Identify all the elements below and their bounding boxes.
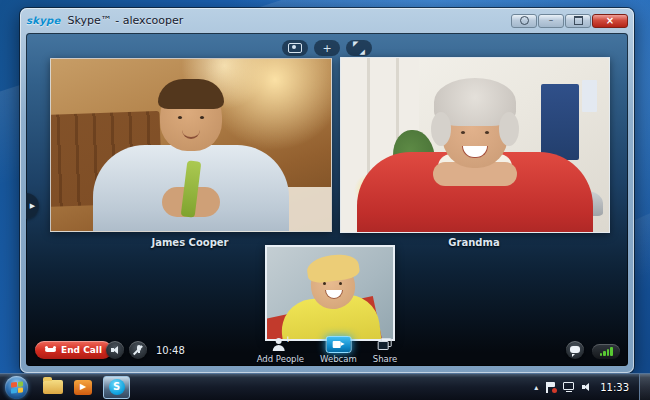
windows-logo-icon	[11, 381, 23, 393]
restore-button[interactable]	[565, 14, 591, 28]
chat-button[interactable]	[566, 341, 584, 359]
snapshot-button[interactable]	[282, 40, 308, 56]
skype-window: skype Skype™ - alexcooper – × + ▶	[20, 8, 634, 373]
james-eye	[200, 116, 204, 119]
video-feed-grandma[interactable]	[340, 57, 610, 233]
add-people-button[interactable]: + Add People	[257, 336, 304, 364]
play-icon: ▶	[80, 383, 86, 391]
minimize-icon: –	[549, 16, 554, 25]
fullscreen-button[interactable]	[346, 40, 372, 56]
skype-taskbar-button-active[interactable]: S	[103, 376, 130, 399]
grandma-hair	[431, 112, 451, 146]
close-icon: ×	[606, 16, 614, 26]
start-button[interactable]	[5, 376, 28, 399]
signal-bar	[600, 353, 603, 356]
taskbar-clock[interactable]: 11:33	[600, 382, 629, 393]
skype-logo-icon: skype	[26, 15, 61, 26]
restore-icon	[574, 16, 583, 25]
system-tray: ▴ 11:33	[534, 374, 650, 400]
add-to-call-button[interactable]: +	[314, 40, 340, 56]
minimize-button[interactable]: –	[538, 14, 564, 28]
webcam-active-icon	[325, 336, 351, 353]
network-icon[interactable]	[563, 382, 574, 392]
mute-microphone-button[interactable]	[129, 341, 147, 359]
webcam-label: Webcam	[320, 354, 357, 364]
windows-taskbar: ▶ S ▴ 11:33	[0, 373, 650, 400]
signal-bar	[607, 349, 610, 356]
plus-badge-icon: +	[284, 334, 292, 344]
media-app-taskbar-button[interactable]: ▶	[74, 380, 92, 395]
fullscreen-icon	[353, 44, 365, 53]
titlebar[interactable]: skype Skype™ - alexcooper – ×	[20, 8, 634, 33]
webcam-toggle-button[interactable]: Webcam	[320, 336, 357, 364]
video-feed-james-cooper[interactable]	[50, 58, 332, 232]
speaker-volume-button[interactable]	[106, 341, 124, 359]
contact-list-expand-handle[interactable]: ▶	[26, 193, 39, 219]
gear-icon	[520, 16, 529, 25]
explorer-taskbar-button[interactable]	[43, 380, 63, 394]
camera-icon	[288, 43, 302, 53]
grandma-hair	[499, 112, 519, 146]
window-title: Skype™ - alexcooper	[68, 14, 184, 27]
james-hair	[158, 79, 224, 109]
close-button[interactable]: ×	[592, 14, 628, 28]
call-actions: + Add People Webcam Share	[257, 336, 398, 364]
window-menu-button[interactable]	[511, 14, 537, 28]
taskbar-items: ▶ S	[43, 376, 130, 399]
plus-icon: +	[322, 43, 331, 54]
hangup-phone-icon	[45, 348, 56, 352]
self-view-video[interactable]	[265, 245, 395, 341]
call-quality-button[interactable]	[592, 344, 620, 359]
grandma-eye	[461, 131, 465, 134]
share-label: Share	[373, 354, 398, 364]
james-eye	[178, 116, 182, 119]
call-duration: 10:48	[156, 345, 185, 356]
end-call-label: End Call	[61, 345, 102, 355]
call-toolbar: End Call 10:48 + Add People Webcam	[26, 334, 628, 366]
wall-paper-sheet	[582, 80, 597, 112]
chevron-right-icon: ▶	[30, 202, 35, 210]
call-top-controls: +	[282, 40, 372, 56]
call-stage: + ▶ James Cooper	[26, 33, 628, 366]
boy-eye	[339, 282, 342, 285]
add-people-label: Add People	[257, 354, 304, 364]
end-call-button[interactable]: End Call	[35, 341, 112, 359]
window-controls: – ×	[511, 14, 628, 28]
grandma-eye	[485, 131, 489, 134]
alert-dot	[552, 388, 557, 393]
show-hidden-icons-button[interactable]: ▴	[534, 383, 538, 392]
video-camera-icon	[332, 341, 344, 348]
skype-icon: S	[109, 379, 125, 395]
wall-calendar	[541, 84, 579, 160]
speaker-icon	[111, 346, 120, 354]
share-button[interactable]: Share	[373, 336, 398, 364]
chat-bubble-icon	[570, 346, 580, 355]
signal-bar	[610, 347, 613, 356]
share-screens-icon	[378, 338, 392, 350]
volume-icon[interactable]	[582, 383, 592, 392]
boy-eye	[323, 282, 326, 285]
signal-bar	[603, 351, 606, 356]
add-person-icon: +	[273, 338, 288, 351]
show-desktop-button[interactable]	[639, 374, 650, 400]
action-center-flag-icon[interactable]	[546, 382, 555, 393]
